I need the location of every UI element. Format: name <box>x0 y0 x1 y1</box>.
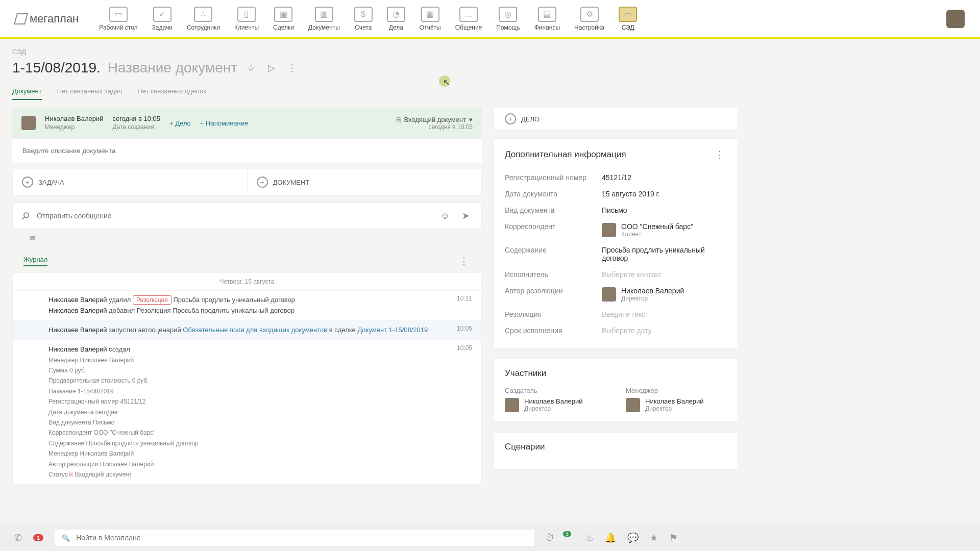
created-block: сегодня в 10:05 Дата создания <box>112 115 160 131</box>
journal-user[interactable]: Николаев Валерий <box>48 345 107 353</box>
mail-icon[interactable]: ✉ <box>30 234 35 242</box>
journal-rest: Просьба продлить уникальный договор <box>173 307 295 314</box>
info-correspondent[interactable]: ООО "Снежный барс"Клиент <box>602 222 726 238</box>
scenarios-panel[interactable]: Сценарии <box>493 432 738 470</box>
journal-tag: Резолюция <box>133 295 172 305</box>
nav-label: Общение <box>455 24 482 31</box>
nav-chat[interactable]: …Общение <box>455 7 482 31</box>
add-reminder-button[interactable]: + Напоминание <box>200 119 248 127</box>
description-input[interactable] <box>12 138 482 163</box>
tab-tasks[interactable]: Нет связанных задач <box>57 83 122 100</box>
nav-desktop[interactable]: ▭Рабочий стол <box>99 7 137 31</box>
add-case-button[interactable]: + Дело <box>169 119 191 127</box>
tab-deals[interactable]: Нет связанных сделок <box>137 83 206 100</box>
create-task-button[interactable]: + ЗАДАЧА <box>13 169 248 195</box>
nav-employees[interactable]: ⛬Сотрудники <box>187 7 220 31</box>
task-label: ЗАДАЧА <box>38 179 64 186</box>
more-icon[interactable]: ⋮ <box>713 148 726 161</box>
info-placeholder[interactable]: Введите текст <box>602 310 726 318</box>
nav-label: СЭД <box>622 24 634 31</box>
info-placeholder[interactable]: Выберите контакт <box>602 270 726 279</box>
journal-user[interactable]: Николаев Валерий <box>48 326 107 334</box>
journal-body: Четверг, 15 августа Николаев Валерий уда… <box>12 272 482 484</box>
nav-sed[interactable]: ▭СЭД <box>619 7 637 31</box>
brand-logo[interactable]: мегаплан <box>15 12 79 26</box>
info-label: Резолюция <box>505 310 602 318</box>
participant-manager[interactable]: Николаев ВалерийДиректор <box>626 397 726 412</box>
more-icon[interactable]: ⋮ <box>285 61 299 74</box>
person-role: Директор <box>621 295 684 302</box>
star-icon[interactable]: ★ <box>650 532 658 543</box>
info-placeholder[interactable]: Выберите дату <box>602 327 726 335</box>
title-name[interactable]: Название документ <box>108 60 237 76</box>
help-icon: ◎ <box>499 7 517 22</box>
nav-reports[interactable]: ▦Отчёты <box>420 7 441 31</box>
phone-icon[interactable]: ✆ <box>14 532 22 543</box>
journal-action: добавил <box>109 307 135 314</box>
delo-label: ДЕЛО <box>521 115 540 123</box>
status-block[interactable]: ⎘ Входящий документ ▾ сегодня в 10:05 <box>397 116 473 131</box>
bell-icon[interactable]: 🔔 <box>605 532 616 543</box>
add-case-panel[interactable]: + ДЕЛО <box>493 108 738 130</box>
owner-name[interactable]: Николаев Валерий <box>45 115 103 123</box>
nav-finance[interactable]: ▤Финансы <box>534 7 560 31</box>
create-document-button[interactable]: + ДОКУМЕНТ <box>248 169 482 195</box>
nav-tasks[interactable]: ✓Задачи <box>152 7 173 31</box>
nav-documents[interactable]: ▥Документы <box>308 7 340 31</box>
paperclip-icon[interactable]: ⚲ <box>19 209 33 223</box>
search-input[interactable] <box>76 534 527 542</box>
journal-link[interactable]: Обязательные поля для входящих документо… <box>183 326 327 334</box>
message-compose: ⚲ ☺ ➤ <box>12 203 482 229</box>
nav-label: Сотрудники <box>187 24 220 31</box>
journal-time: 10:05 <box>457 325 472 336</box>
feedback-icon[interactable]: ⚑ <box>669 532 677 543</box>
extra-info-panel: Дополнительная информация ⋮ Регистрацион… <box>493 138 738 348</box>
send-icon[interactable]: ➤ <box>459 209 472 222</box>
nav-clients[interactable]: ▯Клиенты <box>234 7 259 31</box>
quick-create-row: + ЗАДАЧА + ДОКУМЕНТ <box>12 169 482 195</box>
timer-icon[interactable]: ⏱ <box>546 533 555 543</box>
nav-items: ▭Рабочий стол ✓Задачи ⛬Сотрудники ▯Клиен… <box>99 7 946 31</box>
inbox-icon: ⎘ <box>397 116 401 123</box>
participant-creator[interactable]: Николаев ВалерийДиректор <box>505 397 605 412</box>
info-value[interactable]: Письмо <box>602 206 726 214</box>
tag-icon[interactable]: ▷ <box>265 61 278 74</box>
global-search[interactable]: 🔍 <box>55 530 534 546</box>
journal-more-icon[interactable]: ⋮ <box>457 254 471 267</box>
journal-user[interactable]: Николаев Валерий <box>48 307 107 314</box>
owner-avatar[interactable] <box>21 116 36 130</box>
tab-document[interactable]: Документ <box>12 83 42 100</box>
journal-time: 10:05 <box>457 344 472 480</box>
nav-invoices[interactable]: $Счета <box>354 7 373 31</box>
fire-icon[interactable]: ♨ <box>585 532 594 543</box>
emoji-icon[interactable]: ☺ <box>438 209 452 222</box>
plus-icon: + <box>505 113 516 124</box>
messages-icon[interactable]: 💬 <box>627 532 639 543</box>
nav-deals[interactable]: ▣Сделки <box>273 7 294 31</box>
nav-cases[interactable]: ◔Дела <box>387 7 405 31</box>
nav-settings[interactable]: ⚙Настройка <box>574 7 604 31</box>
participant-label: Создатель <box>505 387 605 394</box>
info-label: Автор резолюции <box>505 287 602 302</box>
journal-rest: Просьба продлить уникальный договор <box>173 296 295 304</box>
star-icon[interactable]: ☆ <box>244 61 258 74</box>
nav-help[interactable]: ◎Помощь <box>496 7 520 31</box>
person-name: Николаев Валерий <box>621 287 684 295</box>
journal-details: Менеджер Николаев Валерий Сумма 0 руб. П… <box>48 355 449 480</box>
info-value[interactable]: 45121/12 <box>602 173 726 182</box>
info-label: Исполнитель <box>505 270 602 279</box>
info-value[interactable]: Просьба продлить уникальный договор <box>602 246 726 262</box>
journal-user[interactable]: Николаев Валерий <box>48 296 107 304</box>
nav-label: Дела <box>389 24 403 31</box>
info-author[interactable]: Николаев ВалерийДиректор <box>602 287 726 302</box>
user-avatar[interactable] <box>946 10 965 28</box>
journal-item: Николаев Валерий запустил автосценарий О… <box>13 320 481 340</box>
nav-label: Счета <box>355 24 372 31</box>
journal-tab[interactable]: Журнал <box>23 256 47 266</box>
breadcrumb[interactable]: СЭД <box>0 39 980 60</box>
message-input[interactable] <box>37 212 431 220</box>
info-label: Вид документа <box>505 206 602 214</box>
journal-link[interactable]: Документ 1-15/08/2019 <box>357 326 428 334</box>
info-value[interactable]: 15 августа 2019 г. <box>602 190 726 198</box>
info-label: Регистрационный номер <box>505 173 602 182</box>
